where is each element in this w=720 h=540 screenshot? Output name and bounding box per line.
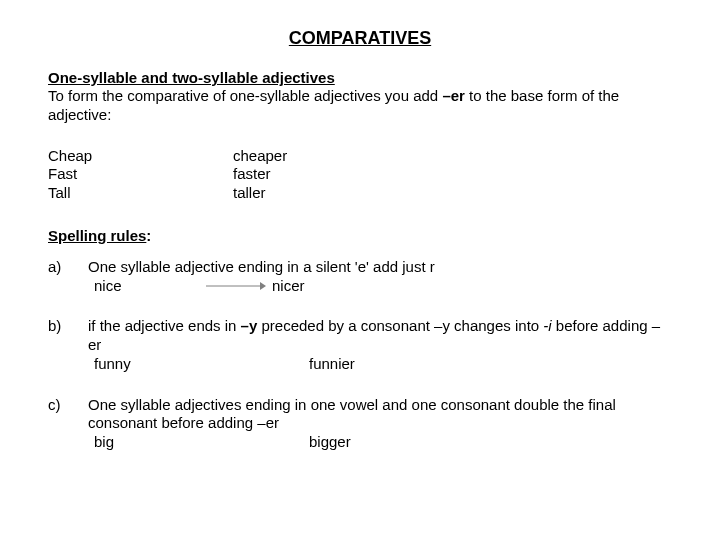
page-title: COMPARATIVES [48, 28, 672, 49]
example-comp: faster [233, 165, 271, 184]
examples-table: Cheap cheaper Fast faster Tall taller [48, 147, 672, 203]
rule-text: One syllable adjective ending in a silen… [88, 258, 672, 277]
rule-example-base: big [88, 433, 309, 452]
intro-suffix: –er [442, 87, 465, 104]
rule-text: One syllable adjectives ending in one vo… [88, 396, 672, 434]
example-row: Cheap cheaper [48, 147, 672, 166]
rule-text: if the adjective ends in –y preceded by … [88, 317, 672, 355]
intro-part-a: To form the comparative of one-syllable … [48, 87, 442, 104]
section-heading: One-syllable and two-syllable adjectives [48, 69, 672, 87]
example-base: Cheap [48, 147, 233, 166]
rule-example-comp: nicer [272, 277, 305, 296]
intro-block: One-syllable and two-syllable adjectives… [48, 69, 672, 125]
rule-y-suffix: –y [241, 317, 258, 334]
spelling-heading-colon: : [146, 227, 151, 244]
spelling-heading-text: Spelling rules [48, 227, 146, 244]
example-row: Fast faster [48, 165, 672, 184]
rule-c: c) One syllable adjectives ending in one… [48, 396, 672, 452]
rule-label: a) [48, 258, 70, 296]
rule-text-part: preceded by a consonant –y changes into [257, 317, 543, 334]
example-comp: taller [233, 184, 266, 203]
example-row: Tall taller [48, 184, 672, 203]
rule-example: big bigger [88, 433, 672, 452]
rule-label: c) [48, 396, 70, 452]
slide: COMPARATIVES One-syllable and two-syllab… [0, 0, 720, 540]
svg-marker-1 [260, 282, 266, 290]
rule-body: One syllable adjective ending in a silen… [88, 258, 672, 296]
rule-i-suffix: -i [543, 317, 551, 334]
rule-example-base: funny [88, 355, 309, 374]
rule-body: if the adjective ends in –y preceded by … [88, 317, 672, 373]
example-base: Fast [48, 165, 233, 184]
rule-example: funny funnier [88, 355, 672, 374]
example-base: Tall [48, 184, 233, 203]
spelling-rules-heading: Spelling rules: [48, 227, 672, 244]
arrow-icon [206, 280, 266, 292]
rule-example-comp: bigger [309, 433, 351, 452]
rule-b: b) if the adjective ends in –y preceded … [48, 317, 672, 373]
rule-text-part: if the adjective ends in [88, 317, 241, 334]
rule-example: nice nicer [88, 277, 672, 296]
example-comp: cheaper [233, 147, 287, 166]
rule-label: b) [48, 317, 70, 373]
intro-text: To form the comparative of one-syllable … [48, 87, 672, 125]
rule-example-comp: funnier [309, 355, 355, 374]
rule-body: One syllable adjectives ending in one vo… [88, 396, 672, 452]
rule-a: a) One syllable adjective ending in a si… [48, 258, 672, 296]
rules-list: a) One syllable adjective ending in a si… [48, 258, 672, 452]
